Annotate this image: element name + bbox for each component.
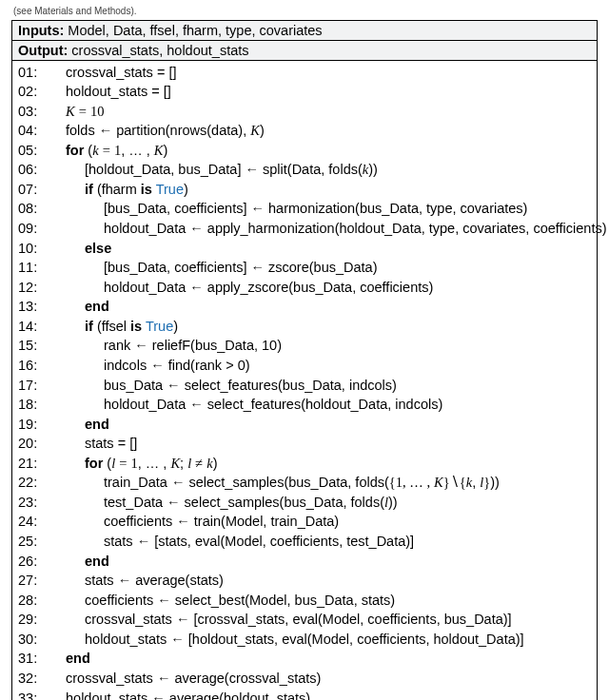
line-number: 05: — [18, 142, 47, 161]
output-row: Output: crossval_stats, holdout_stats — [12, 41, 597, 61]
code-line: 15:rank ← reliefF(bus_Data, 10) — [12, 337, 597, 357]
line-number: 11: — [18, 259, 47, 278]
code-line: 30:holdout_stats ← [holdout_stats, eval(… — [12, 630, 597, 650]
code-line: 03:K = 10 — [12, 102, 597, 122]
line-number: 16: — [18, 357, 47, 376]
code-text: end — [47, 650, 90, 669]
line-number: 30: — [18, 631, 47, 650]
code-text: coefficients ← train(Model, train_Data) — [47, 513, 339, 532]
code-text: crossval_stats = [] — [47, 64, 176, 83]
code-line: 02:holdout_stats = [] — [12, 83, 597, 103]
code-line: 12:holdout_Data ← apply_zscore(bus_Data,… — [12, 278, 597, 298]
line-number: 33: — [18, 690, 47, 701]
line-number: 25: — [18, 533, 47, 552]
line-number: 19: — [18, 416, 47, 435]
code-line: 31:end — [12, 650, 597, 670]
line-number: 21: — [18, 455, 47, 474]
code-text: for (k = 1, … , K) — [47, 142, 167, 161]
inputs-value: Model, Data, ffsel, fharm, type, covaria… — [68, 23, 322, 38]
line-number: 22: — [18, 474, 47, 493]
code-text: for (l = 1, … , K; l ≠ k) — [47, 455, 217, 474]
code-line: 11:[bus_Data, coefficients] ← zscore(bus… — [12, 259, 597, 279]
line-number: 15: — [18, 337, 47, 356]
code-line: 16:indcols ← find(rank > 0) — [12, 356, 597, 376]
code-line: 23:test_Data ← select_samples(bus_Data, … — [12, 493, 597, 513]
fragment-top: (see Materials and Methods). — [13, 6, 598, 16]
code-line: 01:crossval_stats = [] — [12, 63, 597, 83]
code-text: coefficients ← select_best(Model, bus_Da… — [47, 592, 395, 611]
code-text: if (ffsel is True) — [47, 318, 178, 337]
line-number: 20: — [18, 435, 47, 454]
code-line: 20:stats = [] — [12, 435, 597, 455]
code-line: 28:coefficients ← select_best(Model, bus… — [12, 591, 597, 611]
code-text: holdout_Data ← select_features(holdout_D… — [47, 396, 442, 415]
line-number: 04: — [18, 122, 47, 141]
code-text: folds ← partition(nrows(data), K) — [47, 122, 265, 141]
code-text: holdout_Data ← apply_zscore(bus_Data, co… — [47, 279, 433, 298]
line-number: 27: — [18, 572, 47, 591]
code-text: holdout_stats ← average(holdout_stats) — [47, 690, 310, 701]
algorithm-box: Inputs: Model, Data, ffsel, fharm, type,… — [11, 20, 598, 700]
code-text: else — [47, 240, 111, 259]
line-number: 06: — [18, 161, 47, 180]
line-number: 02: — [18, 83, 47, 102]
inputs-label: Inputs: — [18, 23, 64, 38]
code-line: 17:bus_Data ← select_features(bus_Data, … — [12, 376, 597, 396]
code-line: 21:for (l = 1, … , K; l ≠ k) — [12, 454, 597, 474]
algorithm-body: 01:crossval_stats = []02:holdout_stats =… — [12, 61, 597, 700]
code-line: 13:end — [12, 298, 597, 318]
code-text: [bus_Data, coefficients] ← zscore(bus_Da… — [47, 259, 377, 278]
code-text: if (fharm is True) — [47, 181, 188, 200]
code-text: crossval_stats ← [crossval_stats, eval(M… — [47, 611, 512, 630]
line-number: 03: — [18, 103, 47, 122]
code-line: 09:holdout_Data ← apply_harmonization(ho… — [12, 220, 597, 240]
code-line: 26:end — [12, 552, 597, 572]
line-number: 29: — [18, 611, 47, 630]
code-text: [holdout_Data, bus_Data] ← split(Data, f… — [47, 161, 378, 180]
code-text: stats = [] — [47, 435, 137, 454]
line-number: 18: — [18, 396, 47, 415]
code-line: 27:stats ← average(stats) — [12, 572, 597, 592]
line-number: 09: — [18, 220, 47, 239]
code-line: 04:folds ← partition(nrows(data), K) — [12, 122, 597, 142]
line-number: 24: — [18, 513, 47, 532]
code-text: stats ← average(stats) — [47, 572, 224, 591]
code-line: 08:[bus_Data, coefficients] ← harmonizat… — [12, 200, 597, 220]
line-number: 14: — [18, 318, 47, 337]
line-number: 23: — [18, 494, 47, 513]
code-text: end — [47, 416, 109, 435]
code-text: bus_Data ← select_features(bus_Data, ind… — [47, 377, 397, 396]
line-number: 31: — [18, 650, 47, 669]
line-number: 01: — [18, 64, 47, 83]
code-line: 18:holdout_Data ← select_features(holdou… — [12, 396, 597, 416]
code-line: 14:if (ffsel is True) — [12, 317, 597, 337]
code-text: stats ← [stats, eval(Model, coefficients… — [47, 533, 414, 552]
code-text: K = 10 — [47, 103, 104, 122]
line-number: 17: — [18, 377, 47, 396]
code-text: end — [47, 553, 109, 572]
line-number: 08: — [18, 200, 47, 219]
code-line: 07:if (fharm is True) — [12, 180, 597, 200]
code-line: 33:holdout_stats ← average(holdout_stats… — [12, 689, 597, 700]
output-value: crossval_stats, holdout_stats — [71, 43, 248, 58]
code-text: holdout_stats = [] — [47, 83, 171, 102]
code-text: holdout_stats ← [holdout_stats, eval(Mod… — [47, 631, 524, 650]
output-label: Output: — [18, 43, 68, 58]
line-number: 13: — [18, 298, 47, 317]
code-text: [bus_Data, coefficients] ← harmonization… — [47, 200, 527, 219]
line-number: 07: — [18, 181, 47, 200]
code-line: 10:else — [12, 239, 597, 259]
code-line: 22:train_Data ← select_samples(bus_Data,… — [12, 474, 597, 494]
code-text: rank ← reliefF(bus_Data, 10) — [47, 337, 282, 356]
code-line: 25:stats ← [stats, eval(Model, coefficie… — [12, 533, 597, 553]
code-line: 06:[holdout_Data, bus_Data] ← split(Data… — [12, 161, 597, 181]
code-text: crossval_stats ← average(crossval_stats) — [47, 670, 321, 689]
line-number: 12: — [18, 279, 47, 298]
line-number: 32: — [18, 670, 47, 689]
line-number: 28: — [18, 592, 47, 611]
line-number: 26: — [18, 553, 47, 572]
code-line: 29:crossval_stats ← [crossval_stats, eva… — [12, 611, 597, 631]
code-text: test_Data ← select_samples(bus_Data, fol… — [47, 494, 398, 513]
code-text: train_Data ← select_samples(bus_Data, fo… — [47, 474, 500, 493]
inputs-row: Inputs: Model, Data, ffsel, fharm, type,… — [12, 21, 597, 41]
